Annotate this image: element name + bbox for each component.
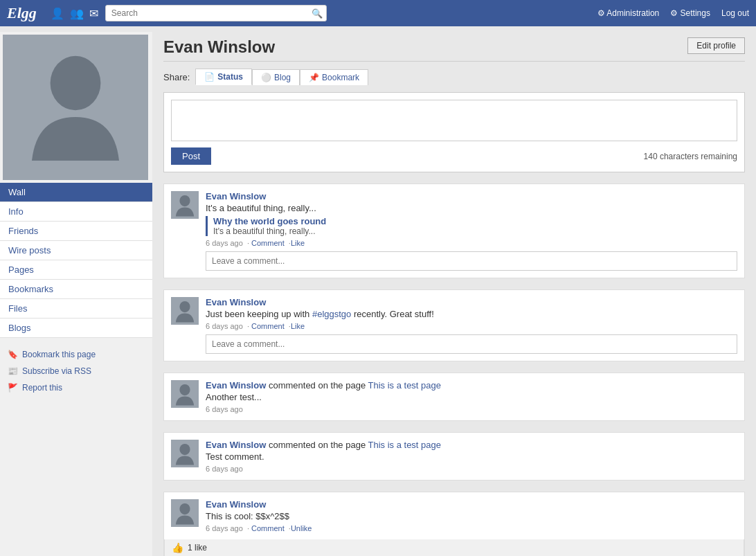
activity-user-link[interactable]: Evan Winslow [206, 297, 266, 307]
activity-action: commented on the page [269, 380, 368, 391]
sidebar-item-blogs[interactable]: Blogs [0, 319, 152, 338]
share-tab-blog[interactable]: ⚪ Blog [252, 69, 300, 85]
activity-item-with-like: Evan Winslow This is cool: $$x^2$$ 6 day… [163, 492, 745, 556]
activity-body: Evan Winslow Just been keeping up with #… [206, 297, 737, 354]
svg-point-1 [179, 195, 190, 206]
activity-text: Just been keeping up with #elggstgo rece… [206, 309, 737, 319]
bookmark-tab-icon: 📌 [309, 73, 319, 82]
post-footer: Post 140 characters remaining [171, 147, 737, 165]
navbar-icon-group: 👤 👥 ✉ [51, 7, 98, 20]
svg-point-3 [179, 384, 190, 395]
profile-header: Evan Winslow Edit profile [163, 37, 745, 62]
mail-icon[interactable]: ✉ [89, 7, 98, 20]
like-bar: 👍 1 like [164, 539, 744, 556]
logout-link[interactable]: Log out [721, 8, 749, 18]
like-link[interactable]: Like [291, 239, 305, 247]
activity-meta: 6 days ago · Comment ·Like [206, 239, 737, 247]
sidebar-item-bookmarks[interactable]: Bookmarks [0, 280, 152, 299]
hashtag-link[interactable]: #elggstgo [312, 309, 351, 319]
post-button[interactable]: Post [171, 147, 211, 165]
status-icon: 📄 [204, 72, 215, 82]
sidebar-item-wall[interactable]: Wall [0, 183, 152, 202]
rss-icon: 📰 [7, 366, 18, 377]
activity-user-link[interactable]: Evan Winslow [206, 191, 266, 201]
navbar: Elgg 👤 👥 ✉ 🔍 ⚙ Administration ⚙ Settings… [0, 0, 756, 26]
share-tab-status[interactable]: 📄 Status [195, 69, 252, 85]
svg-point-0 [51, 56, 101, 110]
sidebar-item-friends[interactable]: Friends [0, 222, 152, 241]
activity-user-link[interactable]: Evan Winslow [206, 380, 266, 391]
activity-body: Evan Winslow commented on the page This … [206, 380, 737, 413]
svg-point-5 [179, 503, 190, 514]
activity-meta: 6 days ago [206, 465, 737, 473]
search-icon: 🔍 [312, 8, 323, 19]
activity-avatar [171, 440, 199, 467]
char-count: 140 characters remaining [644, 152, 737, 161]
report-this-link[interactable]: 🚩 Report this [7, 382, 145, 393]
activity-text: It's a beautiful thing, really... [206, 203, 737, 213]
avatar-silhouette [27, 48, 124, 166]
comment-input[interactable] [206, 251, 737, 271]
svg-point-4 [179, 443, 190, 454]
activity-text: Another test... [206, 392, 737, 402]
activity-description: Evan Winslow commented on the page This … [206, 380, 441, 391]
administration-link[interactable]: ⚙ Administration [597, 8, 660, 18]
search-input[interactable] [105, 5, 327, 21]
activity-body: Evan Winslow It's a beautiful thing, rea… [206, 191, 737, 271]
activity-quote-title: Why the world goes round [213, 216, 737, 226]
activity-item: Evan Winslow Just been keeping up with #… [163, 289, 745, 361]
like-link[interactable]: Like [291, 322, 305, 330]
profile-name: Evan Winslow [163, 37, 275, 57]
comment-input[interactable] [206, 334, 737, 354]
activity-avatar [171, 297, 199, 325]
user-icon[interactable]: 👤 [51, 7, 64, 20]
blog-icon: ⚪ [261, 73, 271, 82]
sidebar-item-files[interactable]: Files [0, 299, 152, 319]
activity-item: Evan Winslow This is cool: $$x^2$$ 6 day… [164, 492, 744, 539]
subscribe-rss-link[interactable]: 📰 Subscribe via RSS [7, 366, 145, 377]
comment-link[interactable]: Comment [251, 239, 285, 247]
bookmark-page-link[interactable]: 🔖 Bookmark this page [7, 349, 145, 360]
bookmark-icon: 🔖 [7, 349, 18, 360]
share-bar: Share: 📄 Status ⚪ Blog 📌 Bookmark [163, 69, 745, 85]
settings-link[interactable]: ⚙ Settings [670, 8, 710, 18]
activity-text: Test comment. [206, 451, 737, 462]
activity-meta: 6 days ago · Comment ·Like [206, 322, 737, 330]
sidebar-item-wire-posts[interactable]: Wire posts [0, 241, 152, 260]
sidebar: Wall Info Friends Wire posts Pages Bookm… [0, 32, 152, 556]
post-box: Post 140 characters remaining [163, 92, 745, 172]
comment-link[interactable]: Comment [251, 524, 285, 532]
svg-point-2 [179, 301, 190, 312]
activity-description: Evan Winslow commented on the page This … [206, 440, 441, 450]
activity-item: Evan Winslow commented on the page This … [163, 432, 745, 481]
comment-link[interactable]: Comment [251, 322, 285, 330]
activity-text: This is cool: $$x^2$$ [206, 511, 737, 521]
activity-quote: Why the world goes round It's a beautifu… [206, 216, 737, 236]
share-tab-bookmark[interactable]: 📌 Bookmark [300, 69, 368, 85]
activity-avatar [171, 191, 199, 219]
page-layout: Wall Info Friends Wire posts Pages Bookm… [0, 26, 756, 556]
navbar-right: ⚙ Administration ⚙ Settings Log out [597, 8, 749, 18]
activity-avatar [171, 380, 199, 408]
activity-meta: 6 days ago · Comment ·Unlike [206, 524, 737, 532]
sidebar-item-info[interactable]: Info [0, 202, 152, 222]
activity-body: Evan Winslow commented on the page This … [206, 440, 737, 473]
like-thumb-icon: 👍 [172, 542, 183, 553]
sidebar-item-pages[interactable]: Pages [0, 260, 152, 280]
activity-avatar [171, 499, 199, 527]
sidebar-utility-links: 🔖 Bookmark this page 📰 Subscribe via RSS… [0, 349, 152, 393]
unlike-link[interactable]: Unlike [291, 524, 312, 532]
activity-user-link[interactable]: Evan Winslow [206, 440, 266, 450]
post-textarea[interactable] [171, 100, 737, 141]
activity-user-link[interactable]: Evan Winslow [206, 499, 266, 510]
users-icon[interactable]: 👥 [70, 7, 84, 20]
like-count: 1 like [188, 543, 207, 553]
activity-action: commented on the page [269, 440, 368, 450]
report-icon: 🚩 [7, 382, 18, 393]
edit-profile-button[interactable]: Edit profile [687, 37, 745, 54]
page-link[interactable]: This is a test page [368, 380, 442, 391]
search-box: 🔍 [105, 5, 327, 21]
page-link[interactable]: This is a test page [368, 440, 442, 450]
brand-logo: Elgg [7, 4, 37, 22]
main-content: Evan Winslow Edit profile Share: 📄 Statu… [152, 32, 756, 556]
